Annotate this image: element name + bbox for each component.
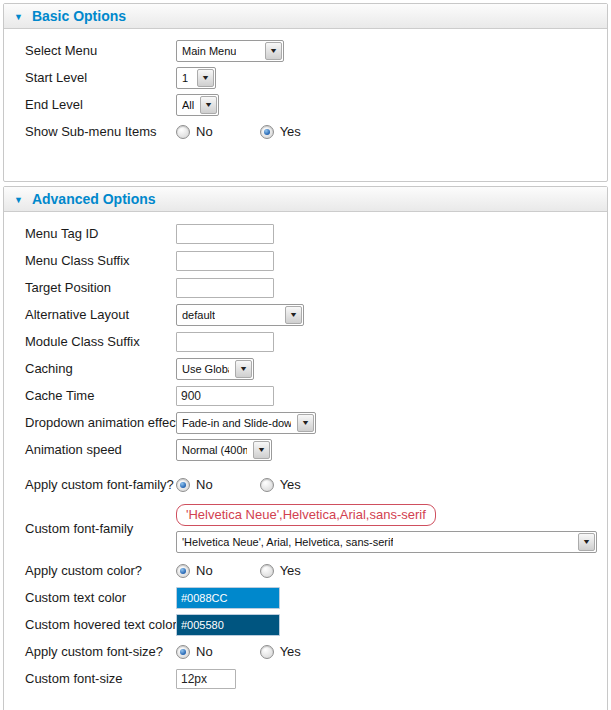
options-page: ▼ Basic Options Select Menu Main Menu ▼ … — [0, 0, 611, 710]
animation-speed-value: Normal (400ms) — [182, 444, 247, 456]
apply-font-family-label: Apply custom font-family? — [25, 477, 176, 492]
custom-hovered-color-input[interactable] — [176, 614, 280, 636]
menu-class-suffix-label: Menu Class Suffix — [25, 253, 176, 268]
apply-font-size-label: Apply custom font-size? — [25, 644, 176, 659]
chevron-down-icon: ▼ — [265, 42, 282, 60]
cache-time-label: Cache Time — [25, 388, 176, 403]
end-level-value: All — [182, 99, 194, 111]
radio-selected-icon[interactable] — [176, 564, 190, 578]
show-submenu-radio-yes[interactable]: Yes — [260, 124, 301, 139]
select-menu-row: Select Menu Main Menu ▼ — [25, 37, 599, 64]
menu-tag-id-row: Menu Tag ID — [25, 220, 599, 247]
start-level-label: Start Level — [25, 70, 176, 85]
advanced-options-header[interactable]: ▼ Advanced Options — [4, 187, 607, 212]
radio-selected-icon[interactable] — [176, 645, 190, 659]
select-menu-label: Select Menu — [25, 43, 176, 58]
alternative-layout-row: Alternative Layout default ▼ — [25, 301, 599, 328]
custom-font-family-dropdown[interactable]: 'Helvetica Neue', Arial, Helvetica, sans… — [176, 531, 597, 553]
chevron-down-icon: ▼ — [578, 533, 595, 551]
start-level-value: 1 — [182, 72, 188, 84]
caching-value: Use Global — [182, 363, 229, 375]
module-class-suffix-row: Module Class Suffix — [25, 328, 599, 355]
target-position-input[interactable] — [176, 278, 274, 298]
menu-class-suffix-row: Menu Class Suffix — [25, 247, 599, 274]
custom-font-size-label: Custom font-size — [25, 671, 176, 686]
dropdown-animation-row: Dropdown animation effect Fade-in and Sl… — [25, 409, 599, 436]
radio-selected-icon[interactable] — [260, 125, 274, 139]
apply-font-family-row: Apply custom font-family? No Yes — [25, 471, 599, 498]
radio-icon[interactable] — [260, 564, 274, 578]
cache-time-input[interactable] — [176, 386, 274, 406]
chevron-down-icon: ▼ — [253, 441, 270, 459]
custom-font-family-row: Custom font-family 'Helvetica Neue',Helv… — [25, 500, 599, 556]
basic-options-title: Basic Options — [32, 8, 126, 24]
basic-options-panel: ▼ Basic Options Select Menu Main Menu ▼ … — [3, 3, 608, 182]
advanced-options-title: Advanced Options — [32, 191, 156, 207]
menu-tag-id-input[interactable] — [176, 224, 274, 244]
dropdown-animation-value: Fade-in and Slide-down — [182, 417, 291, 429]
module-class-suffix-label: Module Class Suffix — [25, 334, 176, 349]
alternative-layout-value: default — [182, 309, 215, 321]
animation-speed-row: Animation speed Normal (400ms) ▼ — [25, 436, 599, 463]
target-position-row: Target Position — [25, 274, 599, 301]
apply-font-family-radio-yes[interactable]: Yes — [260, 477, 301, 492]
custom-font-family-value: 'Helvetica Neue', Arial, Helvetica, sans… — [182, 536, 393, 548]
animation-speed-dropdown[interactable]: Normal (400ms) ▼ — [176, 439, 272, 461]
menu-class-suffix-input[interactable] — [176, 251, 274, 271]
apply-color-radio-no[interactable]: No — [176, 563, 213, 578]
cache-time-row: Cache Time — [25, 382, 599, 409]
start-level-dropdown[interactable]: 1 ▼ — [176, 67, 216, 89]
chevron-down-icon: ▼ — [197, 69, 214, 87]
chevron-down-icon: ▼ — [200, 96, 217, 114]
advanced-options-panel: ▼ Advanced Options Menu Tag ID Menu Clas… — [3, 186, 608, 710]
collapse-triangle-icon: ▼ — [14, 12, 23, 21]
custom-font-family-input[interactable]: 'Helvetica Neue',Helvetica,Arial,sans-se… — [176, 504, 436, 526]
end-level-row: End Level All ▼ — [25, 91, 599, 118]
custom-font-size-row: Custom font-size — [25, 665, 599, 692]
custom-text-color-input[interactable] — [176, 587, 280, 609]
radio-icon[interactable] — [260, 645, 274, 659]
select-menu-value: Main Menu — [182, 45, 236, 57]
apply-color-radio-yes[interactable]: Yes — [260, 563, 301, 578]
module-class-suffix-input[interactable] — [176, 332, 274, 352]
apply-font-size-radio-yes[interactable]: Yes — [260, 644, 301, 659]
basic-options-header[interactable]: ▼ Basic Options — [4, 4, 607, 29]
apply-color-row: Apply custom color? No Yes — [25, 557, 599, 584]
collapse-triangle-icon: ▼ — [14, 195, 23, 204]
show-submenu-radio-no[interactable]: No — [176, 124, 213, 139]
start-level-row: Start Level 1 ▼ — [25, 64, 599, 91]
select-menu-dropdown[interactable]: Main Menu ▼ — [176, 40, 284, 62]
menu-tag-id-label: Menu Tag ID — [25, 226, 176, 241]
end-level-dropdown[interactable]: All ▼ — [176, 94, 219, 116]
custom-font-size-input[interactable] — [176, 669, 236, 689]
custom-hovered-color-row: Custom hovered text color — [25, 611, 599, 638]
radio-icon[interactable] — [260, 478, 274, 492]
caching-label: Caching — [25, 361, 176, 376]
chevron-down-icon: ▼ — [297, 414, 314, 432]
alternative-layout-label: Alternative Layout — [25, 307, 176, 322]
apply-font-family-radio-no[interactable]: No — [176, 477, 213, 492]
caching-dropdown[interactable]: Use Global ▼ — [176, 358, 254, 380]
animation-speed-label: Animation speed — [25, 442, 176, 457]
alternative-layout-dropdown[interactable]: default ▼ — [176, 304, 304, 326]
dropdown-animation-dropdown[interactable]: Fade-in and Slide-down ▼ — [176, 412, 316, 434]
show-submenu-label: Show Sub-menu Items — [25, 124, 176, 139]
custom-font-family-label: Custom font-family — [25, 521, 176, 536]
caching-row: Caching Use Global ▼ — [25, 355, 599, 382]
end-level-label: End Level — [25, 97, 176, 112]
custom-text-color-row: Custom text color — [25, 584, 599, 611]
apply-color-label: Apply custom color? — [25, 563, 176, 578]
custom-hovered-color-label: Custom hovered text color — [25, 617, 176, 632]
basic-options-body: Select Menu Main Menu ▼ Start Level 1 ▼ … — [4, 29, 607, 181]
apply-font-size-radio-no[interactable]: No — [176, 644, 213, 659]
chevron-down-icon: ▼ — [235, 360, 252, 378]
chevron-down-icon: ▼ — [285, 306, 302, 324]
radio-selected-icon[interactable] — [176, 478, 190, 492]
show-submenu-row: Show Sub-menu Items No Yes — [25, 118, 599, 145]
target-position-label: Target Position — [25, 280, 176, 295]
advanced-options-body: Menu Tag ID Menu Class Suffix Target Pos… — [4, 212, 607, 710]
dropdown-animation-label: Dropdown animation effect — [25, 415, 176, 430]
radio-icon[interactable] — [176, 125, 190, 139]
apply-font-size-row: Apply custom font-size? No Yes — [25, 638, 599, 665]
custom-text-color-label: Custom text color — [25, 590, 176, 605]
